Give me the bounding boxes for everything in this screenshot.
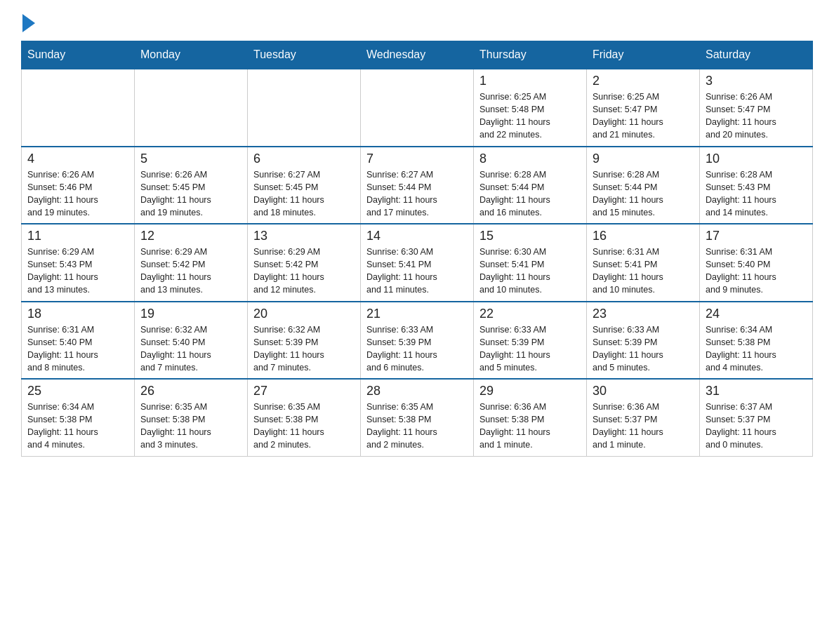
calendar-cell: 23Sunrise: 6:33 AM Sunset: 5:39 PM Dayli… (587, 302, 700, 380)
day-number: 12 (140, 229, 241, 243)
day-number: 28 (366, 384, 468, 398)
calendar-cell: 18Sunrise: 6:31 AM Sunset: 5:40 PM Dayli… (22, 302, 135, 380)
day-info: Sunrise: 6:33 AM Sunset: 5:39 PM Dayligh… (366, 323, 468, 375)
calendar-cell: 16Sunrise: 6:31 AM Sunset: 5:41 PM Dayli… (587, 224, 700, 302)
day-info: Sunrise: 6:34 AM Sunset: 5:38 PM Dayligh… (27, 401, 128, 452)
day-number: 17 (706, 229, 807, 243)
day-number: 4 (27, 152, 128, 166)
day-info: Sunrise: 6:31 AM Sunset: 5:40 PM Dayligh… (706, 246, 807, 297)
day-number: 2 (593, 74, 694, 88)
calendar-weekday-header: Monday (135, 41, 248, 69)
calendar-cell: 1Sunrise: 6:25 AM Sunset: 5:48 PM Daylig… (474, 69, 587, 147)
calendar-cell: 24Sunrise: 6:34 AM Sunset: 5:38 PM Dayli… (700, 302, 813, 380)
calendar-cell: 8Sunrise: 6:28 AM Sunset: 5:44 PM Daylig… (474, 147, 587, 224)
calendar-weekday-header: Wednesday (361, 41, 474, 69)
day-number: 9 (593, 152, 694, 166)
calendar-cell: 10Sunrise: 6:28 AM Sunset: 5:43 PM Dayli… (700, 147, 813, 224)
calendar-cell: 9Sunrise: 6:28 AM Sunset: 5:44 PM Daylig… (587, 147, 700, 224)
calendar-cell: 22Sunrise: 6:33 AM Sunset: 5:39 PM Dayli… (474, 302, 587, 380)
day-info: Sunrise: 6:34 AM Sunset: 5:38 PM Dayligh… (706, 323, 807, 375)
calendar-cell: 30Sunrise: 6:36 AM Sunset: 5:37 PM Dayli… (587, 379, 700, 456)
day-number: 24 (706, 307, 807, 321)
day-info: Sunrise: 6:26 AM Sunset: 5:47 PM Dayligh… (706, 90, 807, 142)
calendar-week-row: 25Sunrise: 6:34 AM Sunset: 5:38 PM Dayli… (22, 379, 813, 456)
day-info: Sunrise: 6:27 AM Sunset: 5:44 PM Dayligh… (366, 168, 468, 220)
day-info: Sunrise: 6:35 AM Sunset: 5:38 PM Dayligh… (140, 401, 241, 452)
day-info: Sunrise: 6:29 AM Sunset: 5:42 PM Dayligh… (140, 246, 241, 297)
day-info: Sunrise: 6:30 AM Sunset: 5:41 PM Dayligh… (479, 246, 581, 297)
calendar-week-row: 4Sunrise: 6:26 AM Sunset: 5:46 PM Daylig… (22, 147, 813, 224)
day-number: 30 (593, 384, 694, 398)
calendar-cell (361, 69, 474, 147)
day-number: 10 (706, 152, 807, 166)
calendar-weekday-header: Saturday (700, 41, 813, 69)
day-number: 31 (706, 384, 807, 398)
day-info: Sunrise: 6:33 AM Sunset: 5:39 PM Dayligh… (593, 323, 694, 375)
calendar-weekday-header: Friday (587, 41, 700, 69)
day-number: 22 (479, 307, 581, 321)
day-info: Sunrise: 6:26 AM Sunset: 5:45 PM Dayligh… (140, 168, 241, 220)
calendar-header-row: SundayMondayTuesdayWednesdayThursdayFrid… (22, 41, 813, 69)
calendar-cell: 7Sunrise: 6:27 AM Sunset: 5:44 PM Daylig… (361, 147, 474, 224)
day-info: Sunrise: 6:29 AM Sunset: 5:43 PM Dayligh… (27, 246, 128, 297)
calendar-cell: 6Sunrise: 6:27 AM Sunset: 5:45 PM Daylig… (248, 147, 361, 224)
day-info: Sunrise: 6:30 AM Sunset: 5:41 PM Dayligh… (366, 246, 468, 297)
day-info: Sunrise: 6:27 AM Sunset: 5:45 PM Dayligh… (253, 168, 355, 220)
day-number: 19 (140, 307, 241, 321)
day-number: 11 (27, 229, 128, 243)
calendar-cell: 15Sunrise: 6:30 AM Sunset: 5:41 PM Dayli… (474, 224, 587, 302)
day-number: 6 (253, 152, 355, 166)
day-number: 13 (253, 229, 355, 243)
calendar-cell: 25Sunrise: 6:34 AM Sunset: 5:38 PM Dayli… (22, 379, 135, 456)
calendar-week-row: 1Sunrise: 6:25 AM Sunset: 5:48 PM Daylig… (22, 69, 813, 147)
day-info: Sunrise: 6:35 AM Sunset: 5:38 PM Dayligh… (366, 401, 468, 452)
calendar-cell: 28Sunrise: 6:35 AM Sunset: 5:38 PM Dayli… (361, 379, 474, 456)
calendar-cell: 13Sunrise: 6:29 AM Sunset: 5:42 PM Dayli… (248, 224, 361, 302)
day-info: Sunrise: 6:37 AM Sunset: 5:37 PM Dayligh… (706, 401, 807, 452)
calendar-cell: 27Sunrise: 6:35 AM Sunset: 5:38 PM Dayli… (248, 379, 361, 456)
day-number: 25 (27, 384, 128, 398)
day-info: Sunrise: 6:31 AM Sunset: 5:41 PM Dayligh… (593, 246, 694, 297)
calendar-cell: 5Sunrise: 6:26 AM Sunset: 5:45 PM Daylig… (135, 147, 248, 224)
logo (21, 14, 35, 34)
day-number: 27 (253, 384, 355, 398)
calendar-week-row: 11Sunrise: 6:29 AM Sunset: 5:43 PM Dayli… (22, 224, 813, 302)
day-info: Sunrise: 6:28 AM Sunset: 5:44 PM Dayligh… (593, 168, 694, 220)
page-header (21, 14, 813, 34)
day-info: Sunrise: 6:36 AM Sunset: 5:38 PM Dayligh… (479, 401, 581, 452)
logo-arrow-icon (22, 14, 35, 32)
day-info: Sunrise: 6:31 AM Sunset: 5:40 PM Dayligh… (27, 323, 128, 375)
day-number: 29 (479, 384, 581, 398)
day-info: Sunrise: 6:32 AM Sunset: 5:40 PM Dayligh… (140, 323, 241, 375)
day-info: Sunrise: 6:28 AM Sunset: 5:44 PM Dayligh… (479, 168, 581, 220)
day-number: 5 (140, 152, 241, 166)
calendar-cell: 4Sunrise: 6:26 AM Sunset: 5:46 PM Daylig… (22, 147, 135, 224)
calendar-cell: 11Sunrise: 6:29 AM Sunset: 5:43 PM Dayli… (22, 224, 135, 302)
day-number: 16 (593, 229, 694, 243)
day-info: Sunrise: 6:26 AM Sunset: 5:46 PM Dayligh… (27, 168, 128, 220)
day-number: 21 (366, 307, 468, 321)
day-info: Sunrise: 6:36 AM Sunset: 5:37 PM Dayligh… (593, 401, 694, 452)
day-number: 7 (366, 152, 468, 166)
calendar-weekday-header: Thursday (474, 41, 587, 69)
calendar-cell (22, 69, 135, 147)
calendar-cell: 14Sunrise: 6:30 AM Sunset: 5:41 PM Dayli… (361, 224, 474, 302)
calendar-weekday-header: Sunday (22, 41, 135, 69)
calendar-cell: 19Sunrise: 6:32 AM Sunset: 5:40 PM Dayli… (135, 302, 248, 380)
calendar-cell: 20Sunrise: 6:32 AM Sunset: 5:39 PM Dayli… (248, 302, 361, 380)
calendar-cell: 2Sunrise: 6:25 AM Sunset: 5:47 PM Daylig… (587, 69, 700, 147)
calendar-cell: 17Sunrise: 6:31 AM Sunset: 5:40 PM Dayli… (700, 224, 813, 302)
day-number: 14 (366, 229, 468, 243)
day-info: Sunrise: 6:29 AM Sunset: 5:42 PM Dayligh… (253, 246, 355, 297)
calendar-cell: 29Sunrise: 6:36 AM Sunset: 5:38 PM Dayli… (474, 379, 587, 456)
day-number: 20 (253, 307, 355, 321)
calendar-cell (135, 69, 248, 147)
calendar-cell: 26Sunrise: 6:35 AM Sunset: 5:38 PM Dayli… (135, 379, 248, 456)
day-number: 1 (479, 74, 581, 88)
calendar-table: SundayMondayTuesdayWednesdayThursdayFrid… (21, 41, 813, 457)
day-number: 8 (479, 152, 581, 166)
calendar-cell (248, 69, 361, 147)
day-info: Sunrise: 6:33 AM Sunset: 5:39 PM Dayligh… (479, 323, 581, 375)
day-info: Sunrise: 6:35 AM Sunset: 5:38 PM Dayligh… (253, 401, 355, 452)
day-number: 3 (706, 74, 807, 88)
